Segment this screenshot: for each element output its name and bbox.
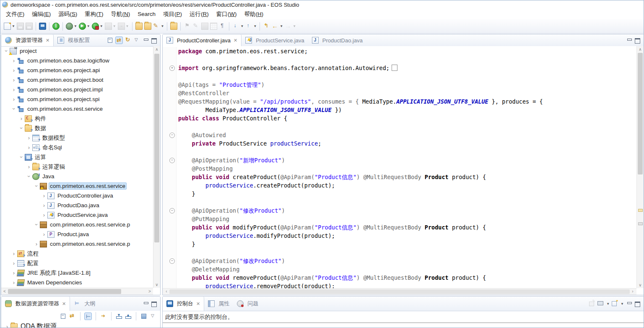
explorer-horizontal-scrollbar[interactable]: < > [1,288,153,295]
tree-item-com-primeton-eos-project-spi[interactable]: ›com.primeton.eos.project.spi [1,94,153,104]
fold-gutter[interactable] [163,72,177,81]
tree-item-com-primeton-eos-project-impl[interactable]: ›com.primeton.eos.project.impl [1,85,153,94]
dropdown-arrow-icon[interactable]: ▼ [621,302,624,306]
dropdown-arrow-icon[interactable]: ▼ [12,24,15,28]
fold-gutter[interactable] [163,181,177,190]
expander-icon[interactable]: › [10,96,17,102]
tree-item-java[interactable]: ›Java [1,172,153,181]
fold-gutter[interactable]: − [163,131,177,139]
open-folder-2-button[interactable] [143,21,152,31]
scroll-thumb[interactable] [638,53,643,174]
menu-编辑-e-[interactable]: 编辑(E) [28,9,55,19]
overview-annotation-info[interactable] [638,222,643,225]
fold-gutter[interactable] [163,215,177,223]
project-tree[interactable]: ›project›com.primeton.eos.base.logicflow… [1,46,153,288]
tree-item-product-java[interactable]: ›Product.java [1,229,153,239]
scroll-thumb[interactable] [169,289,630,294]
fold-minus-icon[interactable]: − [169,258,175,264]
dropdown-arrow-icon[interactable]: ▼ [100,24,103,28]
fold-gutter[interactable]: + [163,64,177,72]
fold-minus-icon[interactable]: − [169,158,175,163]
scroll-down-arrow[interactable]: ∨ [637,283,644,287]
refresh-button[interactable] [124,36,132,44]
fold-gutter[interactable] [163,148,177,156]
close-tab-icon[interactable]: ✕ [46,38,49,43]
expander-icon[interactable]: › [4,323,10,328]
scroll-left-arrow[interactable]: < [3,289,7,294]
scroll-left-arrow[interactable]: ‹ [164,289,169,294]
tree-item-com-primeton-eos-rest-service-p[interactable]: ›com.primeton.eos.rest.service.p [1,220,153,229]
expander-icon[interactable]: › [41,231,47,237]
tree-item-maven-dependencies[interactable]: ›Maven Dependencies [1,278,153,287]
close-tab-icon[interactable]: ✕ [234,38,237,43]
fold-gutter[interactable] [163,89,177,97]
fold-gutter[interactable]: − [163,206,177,215]
explorer-vertical-scrollbar[interactable]: ∧ ∨ [153,46,160,288]
tree-item-com-primeton-eos-rest-service[interactable]: ›com.primeton.eos.rest.service [1,104,153,114]
tab-大纲[interactable]: 大纲 [70,297,99,311]
tab-问题[interactable]: 问题 [233,297,262,311]
open-folder-1-button[interactable] [135,21,143,31]
profile-button[interactable]: ▼ [91,21,104,31]
menu-源码-s-[interactable]: 源码(S) [55,9,81,19]
open-console-button[interactable] [611,300,618,307]
expander-icon[interactable]: › [41,193,47,199]
tree-item-构件[interactable]: ›构件 [1,114,153,123]
close-tab-icon[interactable]: ✕ [62,301,66,307]
expander-icon[interactable]: › [10,260,17,266]
tree-item-com-primeton-eos-rest-service[interactable]: ›com.primeton.eos.rest.service [1,181,153,191]
scroll-thumb[interactable] [8,289,121,294]
tree-item-com-primeton-eos-project-api[interactable]: ›com.primeton.eos.project.api [1,65,153,75]
tab-属性[interactable]: 属性 [204,297,233,311]
minimize-view-button[interactable] [627,302,632,306]
scroll-right-arrow[interactable]: > [148,289,152,294]
start-server-button[interactable] [52,21,60,31]
dropdown-arrow-icon[interactable]: ▼ [253,24,257,28]
tree-item-productcontroller-java[interactable]: ›ProductController.java [1,191,153,200]
goto-connection-button[interactable] [100,312,107,320]
dropdown-arrow-icon[interactable]: ▼ [280,24,283,28]
dropdown-arrow-icon[interactable]: ▼ [161,24,164,28]
brush-tool-button[interactable]: ▼ [152,21,165,31]
expander-icon[interactable]: › [10,270,17,276]
collapse-all-button[interactable] [106,36,114,44]
maximize-view-button[interactable] [151,38,157,43]
fold-gutter[interactable] [163,223,177,232]
menu-项目-p-[interactable]: 项目(P) [159,9,186,19]
tree-item-project[interactable]: ›project [1,46,153,56]
expander-icon[interactable]: › [18,125,25,132]
editor-tab-productservice-java[interactable]: ProductService.java [242,34,308,46]
dropdown-arrow-icon[interactable]: ▼ [240,24,244,28]
editor-tab-productcontroller-java[interactable]: ProductController.java✕ [163,34,242,46]
expander-icon[interactable]: › [10,86,17,93]
tree-item-流程[interactable]: ›流程 [1,249,153,258]
tree-item-productservice-java[interactable]: ›ProductService.java [1,210,153,220]
last-edit-location-button[interactable] [262,21,271,31]
fold-gutter[interactable] [163,47,177,55]
show-whitespace-button[interactable] [218,21,227,31]
import-config-button[interactable] [115,312,123,320]
link-with-editor-button[interactable] [115,36,123,44]
editor-tab-productdao-java[interactable]: ProductDao.java [308,34,366,46]
prev-annotation-button[interactable]: ▼ [244,21,257,31]
fold-gutter[interactable] [163,282,177,288]
menu-帮助-h-[interactable]: 帮助(H) [241,9,267,19]
menu-search[interactable]: Search [134,10,159,18]
fold-gutter[interactable] [163,164,177,173]
scroll-right-arrow[interactable]: › [631,289,635,294]
expander-icon[interactable]: › [10,67,17,73]
view-menu-button[interactable] [133,36,140,44]
expander-icon[interactable]: › [41,212,47,218]
tree-item-配置[interactable]: ›配置 [1,258,153,268]
fold-gutter[interactable] [163,173,177,181]
fold-gutter[interactable] [163,190,177,198]
fold-gutter[interactable] [163,55,177,64]
display-selected-console-button[interactable] [597,300,604,307]
maximize-view-button[interactable] [635,38,640,43]
new-wizard-button[interactable]: ▼ [3,21,16,31]
close-tab-icon[interactable]: ✕ [196,301,200,307]
open-folder-3-button[interactable] [169,21,178,31]
fold-gutter[interactable] [163,122,177,131]
expander-icon[interactable]: › [26,164,32,170]
dropdown-arrow-icon[interactable]: ▼ [606,302,610,306]
